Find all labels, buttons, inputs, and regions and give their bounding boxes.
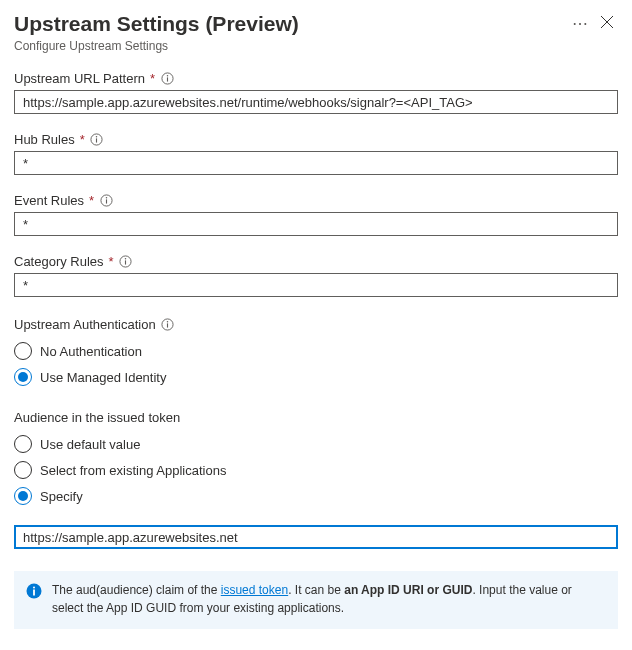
auth-radio-managed[interactable]: Use Managed Identity bbox=[14, 364, 618, 390]
audience-radio-existing[interactable]: Select from existing Applications bbox=[14, 457, 618, 483]
audience-radio-default[interactable]: Use default value bbox=[14, 431, 618, 457]
url-pattern-input[interactable] bbox=[14, 90, 618, 114]
info-text-mid: . It can be bbox=[288, 583, 344, 597]
info-text-bold: an App ID URI or GUID bbox=[344, 583, 472, 597]
svg-point-4 bbox=[96, 136, 97, 137]
svg-rect-8 bbox=[106, 200, 107, 204]
audience-radio-group: Use default value Select from existing A… bbox=[14, 431, 618, 509]
info-box: The aud(audience) claim of the issued to… bbox=[14, 571, 618, 629]
auth-radio-group: No Authentication Use Managed Identity bbox=[14, 338, 618, 390]
svg-point-1 bbox=[166, 75, 167, 76]
issued-token-link[interactable]: issued token bbox=[221, 583, 288, 597]
svg-point-13 bbox=[167, 321, 168, 322]
info-icon[interactable] bbox=[90, 133, 104, 147]
info-icon[interactable] bbox=[160, 72, 174, 86]
svg-rect-11 bbox=[125, 261, 126, 265]
info-icon bbox=[26, 583, 42, 617]
required-mark: * bbox=[150, 71, 155, 86]
required-mark: * bbox=[109, 254, 114, 269]
close-button[interactable] bbox=[596, 10, 618, 38]
radio-icon bbox=[14, 342, 32, 360]
event-rules-input[interactable] bbox=[14, 212, 618, 236]
category-rules-input[interactable] bbox=[14, 273, 618, 297]
radio-icon bbox=[14, 435, 32, 453]
svg-rect-14 bbox=[167, 324, 168, 328]
radio-label: Use Managed Identity bbox=[40, 370, 166, 385]
radio-icon bbox=[14, 461, 32, 479]
more-button[interactable]: ⋯ bbox=[564, 10, 596, 38]
svg-rect-5 bbox=[96, 139, 97, 143]
page-title: Upstream Settings (Preview) bbox=[14, 10, 558, 37]
radio-icon bbox=[14, 487, 32, 505]
radio-label: Specify bbox=[40, 489, 83, 504]
svg-rect-17 bbox=[33, 590, 35, 596]
radio-icon bbox=[14, 368, 32, 386]
info-icon[interactable] bbox=[99, 194, 113, 208]
event-rules-label: Event Rules bbox=[14, 193, 84, 208]
specify-audience-input[interactable] bbox=[14, 525, 618, 549]
close-icon bbox=[600, 14, 614, 33]
svg-point-16 bbox=[33, 587, 35, 589]
required-mark: * bbox=[80, 132, 85, 147]
page-subtitle: Configure Upstream Settings bbox=[14, 39, 558, 53]
svg-point-7 bbox=[105, 197, 106, 198]
ellipsis-icon: ⋯ bbox=[572, 15, 588, 32]
url-pattern-label: Upstream URL Pattern bbox=[14, 71, 145, 86]
info-icon[interactable] bbox=[161, 318, 175, 332]
audience-label: Audience in the issued token bbox=[14, 410, 180, 425]
radio-label: Select from existing Applications bbox=[40, 463, 226, 478]
info-icon[interactable] bbox=[119, 255, 133, 269]
hub-rules-input[interactable] bbox=[14, 151, 618, 175]
auth-radio-none[interactable]: No Authentication bbox=[14, 338, 618, 364]
audience-radio-specify[interactable]: Specify bbox=[14, 483, 618, 509]
category-rules-label: Category Rules bbox=[14, 254, 104, 269]
info-text-pre: The aud(audience) claim of the bbox=[52, 583, 221, 597]
svg-point-10 bbox=[125, 258, 126, 259]
radio-label: No Authentication bbox=[40, 344, 142, 359]
radio-label: Use default value bbox=[40, 437, 140, 452]
auth-label: Upstream Authentication bbox=[14, 317, 156, 332]
required-mark: * bbox=[89, 193, 94, 208]
info-box-text: The aud(audience) claim of the issued to… bbox=[52, 581, 606, 617]
svg-rect-2 bbox=[167, 78, 168, 82]
hub-rules-label: Hub Rules bbox=[14, 132, 75, 147]
